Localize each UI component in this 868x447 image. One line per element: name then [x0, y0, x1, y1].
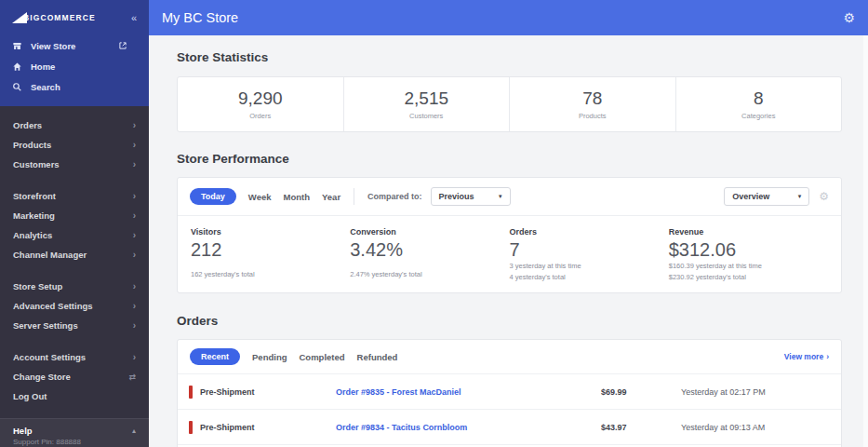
sidebar-top-section: BIGCOMMERCE « View Store Home [0, 0, 149, 106]
bigcommerce-logo[interactable]: BIGCOMMERCE [12, 12, 131, 23]
stat-label: Customers [409, 112, 443, 120]
search-icon [12, 82, 22, 92]
sidebar-item-storefront[interactable]: Storefront › [0, 186, 149, 206]
metric-value: $312.06 [669, 239, 828, 261]
sidebar-item-customers[interactable]: Customers › [0, 155, 149, 174]
storefront-icon [12, 41, 22, 51]
sidebar-item-products[interactable]: Products › [0, 135, 149, 155]
stat-customers[interactable]: 2,515 Customers [343, 77, 510, 131]
metric-label: Orders [510, 227, 669, 237]
stat-label: Categories [741, 112, 775, 120]
sidebar-item-search[interactable]: Search [0, 76, 149, 97]
store-statistics-heading: Store Statistics [177, 50, 842, 64]
overview-select[interactable]: Overview ▾ [724, 187, 809, 206]
nav-item-label: Store Setup [13, 281, 62, 291]
store-statistics-card: 9,290 Orders 2,515 Customers 78 Products… [177, 76, 842, 132]
compare-select[interactable]: Previous ▾ [431, 187, 511, 206]
metric-conversion: Conversion 3.42% 2.47% yesterday's total [350, 227, 509, 280]
sidebar-item-marketing[interactable]: Marketing › [0, 206, 149, 225]
stat-label: Products [579, 112, 607, 120]
external-link-icon [118, 41, 128, 51]
compared-to-label: Compared to: [367, 192, 422, 201]
metric-subtext: $160.39 yesterday at this time [669, 261, 828, 272]
sidebar-item-advanced-settings[interactable]: Advanced Settings › [0, 296, 149, 316]
chevron-right-icon: › [133, 230, 136, 240]
dropdown-arrow-icon: ▾ [499, 193, 502, 200]
nav-item-label: Server Settings [13, 320, 78, 331]
sidebar-item-home[interactable]: Home [0, 56, 149, 76]
chevron-right-icon: › [133, 120, 136, 130]
help-toggle[interactable]: Help ▴ [13, 426, 136, 436]
swap-store-icon: ⇄ [128, 372, 136, 382]
nav-item-label: Change Store [13, 372, 71, 382]
range-tab-week[interactable]: Week [248, 192, 272, 202]
sidebar-item-label: View Store [31, 41, 75, 51]
orders-tab-pending[interactable]: Pending [252, 352, 287, 362]
sidebar-item-channel-manager[interactable]: Channel Manager › [0, 245, 149, 264]
sidebar-item-log-out[interactable]: Log Out [0, 386, 149, 406]
order-status: Pre-Shipment [189, 386, 336, 399]
overview-select-value: Overview [732, 192, 769, 201]
main-content: Store Statistics 9,290 Orders 2,515 Cust… [149, 35, 868, 447]
sidebar-item-account-settings[interactable]: Account Settings › [0, 347, 149, 367]
sidebar-item-label: Search [31, 82, 60, 92]
settings-gear-icon[interactable]: ⚙ [843, 11, 855, 24]
sidebar-item-store-setup[interactable]: Store Setup › [0, 277, 149, 296]
range-tab-month[interactable]: Month [284, 192, 311, 202]
view-more-link[interactable]: View more› [784, 352, 829, 361]
metric-revenue: Revenue $312.06 $160.39 yesterday at thi… [669, 227, 828, 280]
stat-label: Orders [249, 112, 271, 120]
order-amount: $69.99 [601, 387, 657, 397]
support-pin: Support Pin: 888888 [13, 438, 136, 446]
chevron-right-icon: › [133, 281, 136, 291]
stat-value: 9,290 [238, 88, 283, 109]
orders-card: Recent Pending Completed Refunded View m… [177, 339, 842, 447]
sidebar-collapse-icon[interactable]: « [131, 12, 137, 23]
stat-orders[interactable]: 9,290 Orders [178, 77, 343, 131]
stat-categories[interactable]: 8 Categories [675, 77, 842, 131]
chevron-right-icon: › [133, 352, 136, 362]
orders-tab-completed[interactable]: Completed [300, 352, 345, 362]
help-section: Help ▴ Support Pin: 888888 [0, 418, 149, 447]
order-link[interactable]: Order #9834 - Tacitus Cornbloom [336, 423, 601, 432]
sidebar-item-change-store[interactable]: Change Store ⇄ [0, 367, 149, 386]
order-row[interactable]: Pre-Shipment Order #9835 - Forest MacDan… [178, 373, 841, 409]
metric-value: 7 [510, 239, 669, 261]
metric-value: 3.42% [350, 239, 509, 261]
sidebar-item-view-store[interactable]: View Store [0, 35, 149, 56]
home-icon [12, 61, 22, 72]
compare-select-value: Previous [439, 192, 474, 201]
stat-value: 8 [754, 88, 764, 109]
nav-item-label: Orders [13, 120, 42, 130]
caret-up-icon: ▴ [132, 427, 136, 435]
order-link[interactable]: Order #9835 - Forest MacDaniel [336, 387, 601, 397]
range-tab-today[interactable]: Today [190, 188, 236, 205]
chevron-right-icon: › [133, 159, 136, 169]
metric-orders: Orders 7 3 yesterday at this time 4 yest… [510, 227, 669, 280]
sidebar: BIGCOMMERCE « View Store Home [0, 0, 149, 447]
help-label: Help [13, 426, 33, 436]
range-tab-year[interactable]: Year [322, 192, 341, 202]
orders-tab-refunded[interactable]: Refunded [357, 352, 398, 362]
scrollbar-track[interactable] [863, 35, 868, 447]
nav-group-channels: Storefront › Marketing › Analytics › Cha… [0, 186, 149, 264]
nav-item-label: Log Out [13, 391, 47, 401]
metric-value: 212 [191, 239, 350, 261]
store-title: My BC Store [162, 10, 843, 25]
nav-item-label: Marketing [13, 210, 55, 221]
order-status: Pre-Shipment [189, 421, 336, 434]
logo-text: BIGCOMMERCE [23, 13, 96, 22]
nav-item-label: Channel Manager [13, 250, 87, 260]
sidebar-nav: Orders › Products › Customers › Storefro… [0, 106, 149, 418]
metric-subtext: 3 yesterday at this time [510, 261, 669, 272]
sidebar-item-orders[interactable]: Orders › [0, 115, 149, 135]
sidebar-item-analytics[interactable]: Analytics › [0, 225, 149, 245]
order-row[interactable]: Pre-Shipment Order #9834 - Tacitus Cornb… [178, 409, 841, 444]
metric-label: Conversion [350, 227, 509, 237]
bigcommerce-dashboard: BIGCOMMERCE « View Store Home [0, 0, 868, 447]
performance-gear-icon[interactable]: ⚙ [819, 191, 829, 202]
nav-item-label: Advanced Settings [13, 301, 93, 311]
sidebar-item-server-settings[interactable]: Server Settings › [0, 316, 149, 335]
stat-products[interactable]: 78 Products [509, 77, 675, 131]
orders-tab-recent[interactable]: Recent [190, 348, 240, 365]
